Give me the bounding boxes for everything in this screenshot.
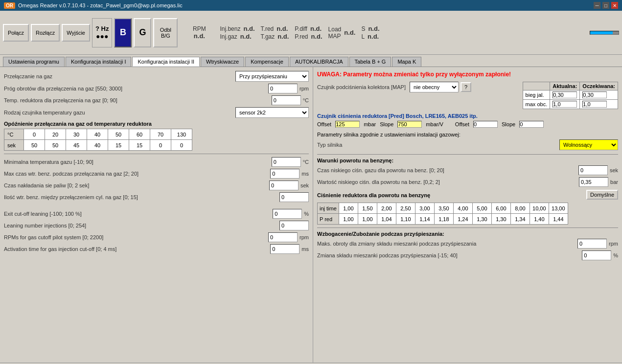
t-status: T.red n.d. T.gaz n.d. [261,25,289,40]
typ-silnika-dropdown[interactable]: Wolnossący Turbodoładowany [559,139,618,150]
opoznienie-val-7[interactable] [171,140,192,151]
tab-konfiguracja2[interactable]: Konfiguracja instalacji II [132,57,200,67]
przelaczanie-dropdown[interactable]: Przy przyśpieszaniu Automatycznie Ręczni… [235,71,309,82]
p-red-val-5[interactable] [434,214,453,225]
p-red-value: n.d. [311,33,322,40]
wartosc-niskiego-input[interactable] [579,177,608,187]
p-diff-value: n.d. [310,25,322,32]
maks-obroty-input[interactable] [577,239,607,249]
rodzaj-dropdown[interactable]: sensor 2k2 sensor 10k brak [235,107,309,118]
opoznienie-val-3[interactable] [87,140,108,151]
opoznienie-val-0[interactable] [24,140,45,151]
activation-input[interactable] [270,244,299,254]
offset2-input[interactable] [473,121,498,128]
maximize-button[interactable]: □ [602,2,609,9]
activation-unit: ms [301,246,309,252]
p-red-val-4[interactable] [415,214,434,225]
slope2-input[interactable] [519,121,544,128]
max-czas-input[interactable] [270,169,299,179]
slope-input[interactable] [397,121,422,128]
minimalna-temp-label: Minimalna temperatura gazu [-10; 90] [4,159,272,165]
rpms-input[interactable] [268,232,298,242]
aktualna-header: Aktualna: [550,82,580,91]
czas-niskiego-row: Czas niskiego ciśn. gazu dla powrotu na … [317,165,618,175]
wyjscie-button[interactable]: Wyjście [62,24,90,42]
app-icon: OR [4,2,15,9]
p-red-val-0[interactable] [339,214,358,225]
inj-time-10: 10,00 [530,203,549,214]
minimalna-temp-input[interactable] [272,157,301,167]
rodzaj-label: Rodzaj czujnika temperatury gazu [4,110,235,115]
tab-wtryskiwacze[interactable]: Wtryskiwacze [201,57,244,67]
close-button[interactable]: ✕ [611,2,618,9]
map-left: Czujnik podciśnienia kolektora [MAP] nie… [317,82,471,94]
leaning-input[interactable] [279,221,309,230]
minimize-button[interactable]: ─ [594,2,600,9]
opoznienie-val-6[interactable] [150,140,171,151]
max-obc-aktualna[interactable] [550,100,580,109]
czujnik-pred-label: Czujnik ciśnienia reduktora [Pred] Bosch… [317,113,618,119]
inj-time-1: 1,50 [358,203,377,214]
question-button[interactable]: ? [461,82,471,92]
czujnik-map-dropdown[interactable]: nie obecny obecny [410,82,459,92]
czas-nakladania-input[interactable] [269,181,299,190]
tab-konfiguracja1[interactable]: Konfiguracja instalacji I [66,57,132,67]
typ-silnika-row: Typ silnika Wolnossący Turbodoładowany [317,139,618,150]
offset-unit: mbar [364,121,376,127]
opoznienie-val-1[interactable] [45,140,66,151]
bieg-jal-oczekiwana[interactable] [580,91,618,100]
p-red-val-8[interactable] [491,214,510,225]
max-obc-oczekiwana[interactable] [580,100,618,109]
right-panel: UWAGA: Parametry można zmieniać tylko pr… [313,67,622,363]
p-red-val-7[interactable] [472,214,491,225]
tab-kompensacje[interactable]: Kompensacje [245,57,289,67]
p-red-val-10[interactable] [530,214,549,225]
czujnik-pred-section: Czujnik ciśnienia reduktora [Pred] Bosch… [317,113,618,128]
tab-tabela[interactable]: Tabela B + G [349,57,392,67]
cisnenie-label: Ciśnienie reduktora dla powrotu na benzy… [317,192,430,198]
opoznienie-val-2[interactable] [66,140,87,151]
ilosc-wtr-input[interactable] [279,192,309,202]
p-red-val-11[interactable] [549,214,568,225]
rpm-status: RPM n.d. [184,25,214,40]
odbg-button[interactable]: Odbl B/G [153,18,178,47]
p-red-val-9[interactable] [510,214,530,225]
tab-autokalibracja[interactable]: AUTOKALIBRACJA [290,57,348,67]
p-red-val-1[interactable] [358,214,377,225]
p-red-val-6[interactable] [453,214,472,225]
temp-reduktora-input[interactable] [272,95,301,105]
toolbar: Połącz Rozłącz Wyjście ? Hz ●●● B G Odbl… [0,11,622,55]
exit-cutoff-input[interactable] [273,209,302,219]
opoznienie-val-5[interactable] [129,140,150,151]
rpms-label: RPMs for gas cutoff pilot system [0; 220… [4,234,268,240]
opoznienie-col-0: 0 [24,129,45,140]
p-red-val-3[interactable] [396,214,415,225]
zmiana-skladu-input[interactable] [582,250,611,260]
g-button[interactable]: G [134,18,151,47]
opoznienie-header-row: °C 0 20 30 40 50 60 70 130 [4,129,192,140]
l-value: n.d. [368,33,379,40]
p-red-val-2[interactable] [377,214,396,225]
bieg-jal-row: bieg jal. [523,91,618,100]
prog-input[interactable] [268,84,298,93]
inj-gaz-label: Inj.gaz [220,33,237,40]
tab-mapa[interactable]: Mapa K [392,57,421,67]
opoznienie-col-30: 30 [66,129,87,140]
max-obc-label: max obc. [523,100,550,109]
tab-ustawienia[interactable]: Ustawienia programu [3,57,65,67]
inj-time-label: inj time [318,203,339,214]
wartosc-niskiego-unit: bar [610,179,618,185]
maks-obroty-unit: rpm [609,241,618,247]
opoznienie-val-4[interactable] [108,140,129,151]
rozlacz-button[interactable]: Rozłącz [31,24,60,42]
offset-input[interactable] [335,121,360,128]
inj-time-8: 6,00 [491,203,510,214]
opoznienie-table: °C 0 20 30 40 50 60 70 130 sek [4,129,192,151]
domyslne-button[interactable]: Domyślne [586,190,618,200]
bieg-jal-aktualna[interactable] [550,91,580,100]
polacz-button[interactable]: Połącz [3,24,29,42]
czas-niskiego-input[interactable] [578,165,608,175]
b-button[interactable]: B [114,18,132,47]
bieg-jal-label: bieg jal. [523,91,550,100]
hz-label: ? Hz [95,25,109,32]
